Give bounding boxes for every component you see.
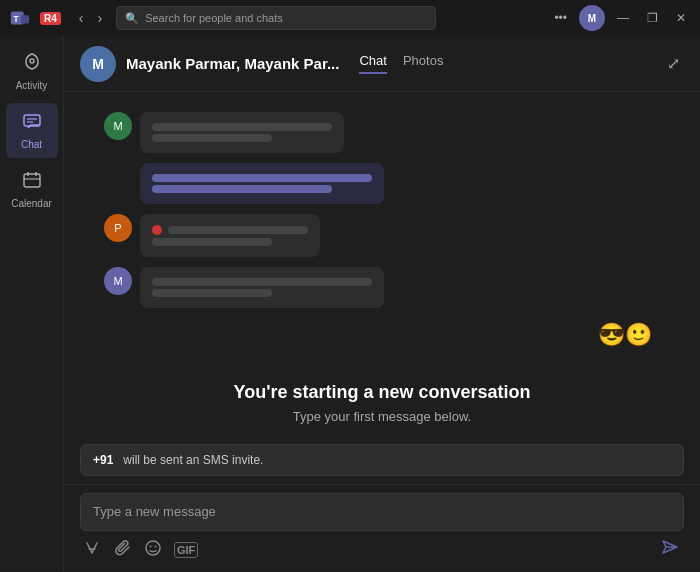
chat-header: M Mayank Parmar, Mayank Par... Chat Phot…: [64, 36, 700, 92]
avatar: M: [104, 112, 132, 140]
search-bar[interactable]: 🔍 Search for people and chats: [116, 6, 436, 30]
sidebar: Activity Chat Ca: [0, 36, 64, 572]
back-arrow[interactable]: ‹: [73, 8, 90, 28]
message-line: [152, 123, 332, 131]
svg-point-3: [30, 59, 34, 63]
message-toolbar: GIF: [80, 531, 684, 564]
message-bubble: [140, 214, 320, 257]
sms-notice-text: will be sent an SMS invite.: [123, 453, 263, 467]
sidebar-item-calendar[interactable]: Calendar: [6, 162, 58, 217]
contact-name: Mayank Parmar, Mayank Par...: [126, 55, 339, 72]
title-bar-right: ••• M — ❐ ✕: [548, 5, 692, 31]
message-row: M: [104, 112, 660, 153]
app-body: Activity Chat Ca: [0, 36, 700, 572]
user-avatar[interactable]: M: [579, 5, 605, 31]
messages-area[interactable]: M P: [64, 92, 700, 436]
chat-icon: [22, 111, 42, 136]
svg-point-11: [146, 541, 160, 555]
search-placeholder: Search for people and chats: [145, 12, 283, 24]
header-tabs: Chat Photos: [359, 53, 443, 74]
avatar: P: [104, 214, 132, 242]
close-btn[interactable]: ✕: [670, 9, 692, 27]
contact-avatar: M: [80, 46, 116, 82]
message-line: [152, 238, 272, 246]
message-line: [152, 185, 332, 193]
svg-rect-2: [21, 15, 29, 23]
message-line: [152, 278, 372, 286]
search-icon: 🔍: [125, 12, 139, 25]
emoji-icon[interactable]: [144, 539, 162, 561]
svg-point-13: [155, 545, 157, 547]
sidebar-item-activity-label: Activity: [16, 80, 48, 91]
send-button[interactable]: [660, 537, 680, 562]
popout-btn[interactable]: ⤢: [663, 50, 684, 77]
message-line: [152, 225, 308, 235]
format-text-icon[interactable]: [84, 539, 102, 561]
tab-chat[interactable]: Chat: [359, 53, 386, 74]
minimize-btn[interactable]: —: [611, 9, 635, 27]
sidebar-item-activity[interactable]: Activity: [6, 44, 58, 99]
message-bubble: [140, 163, 384, 204]
message-row: [104, 163, 660, 204]
header-actions: ⤢: [663, 50, 684, 77]
sidebar-item-chat[interactable]: Chat: [6, 103, 58, 158]
forward-arrow[interactable]: ›: [91, 8, 108, 28]
more-options-btn[interactable]: •••: [548, 9, 573, 27]
attach-file-icon[interactable]: [114, 539, 132, 561]
new-conversation-banner: You're starting a new conversation Type …: [104, 362, 660, 434]
calendar-icon: [22, 170, 42, 195]
attachment-name: [168, 226, 308, 234]
tab-photos[interactable]: Photos: [403, 53, 443, 74]
message-input-area: Type a new message: [64, 484, 700, 572]
message-line: [152, 174, 372, 182]
teams-logo-icon: T: [8, 6, 32, 30]
message-row: P: [104, 214, 660, 257]
attachment-icon: [152, 225, 162, 235]
emoji-message: 😎🙂: [590, 318, 660, 352]
message-bubble: [140, 267, 384, 308]
message-row: 😎🙂: [104, 318, 660, 352]
message-row: M: [104, 267, 660, 308]
title-bar-left: T R4 ‹ ›: [8, 6, 108, 30]
gif-icon[interactable]: GIF: [174, 542, 198, 558]
activity-icon: [22, 52, 42, 77]
maximize-btn[interactable]: ❐: [641, 9, 664, 27]
message-line: [152, 134, 272, 142]
svg-text:T: T: [14, 15, 19, 24]
svg-rect-7: [24, 174, 40, 187]
content-area: M Mayank Parmar, Mayank Par... Chat Phot…: [64, 36, 700, 572]
message-input[interactable]: Type a new message: [80, 493, 684, 531]
sidebar-item-calendar-label: Calendar: [11, 198, 52, 209]
new-conversation-subtitle: Type your first message below.: [120, 409, 644, 424]
sms-phone-number: +91: [93, 453, 113, 467]
sms-notice: +91 will be sent an SMS invite.: [80, 444, 684, 476]
message-bubble: [140, 112, 344, 153]
title-bar: T R4 ‹ › 🔍 Search for people and chats •…: [0, 0, 700, 36]
nav-arrows: ‹ ›: [73, 8, 108, 28]
message-line: [152, 289, 272, 297]
notification-badge: R4: [40, 12, 61, 25]
sidebar-item-chat-label: Chat: [21, 139, 42, 150]
avatar: M: [104, 267, 132, 295]
svg-point-12: [150, 545, 152, 547]
new-conversation-title: You're starting a new conversation: [120, 382, 644, 403]
